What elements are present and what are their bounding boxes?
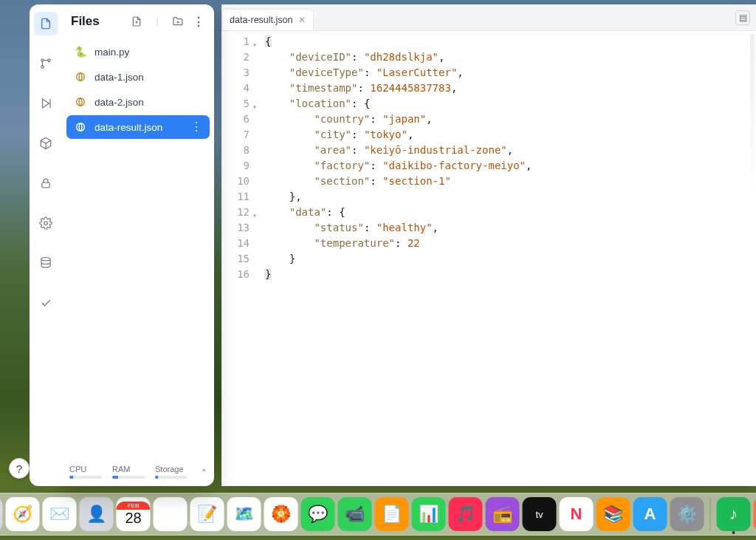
line-number[interactable]: 7 bbox=[221, 127, 250, 143]
fold-icon[interactable]: ▾ bbox=[252, 208, 257, 223]
svg-point-5 bbox=[44, 222, 48, 225]
dock-app-messages[interactable]: 💬 bbox=[301, 497, 335, 531]
dock-app-calendar[interactable]: FEB28 bbox=[117, 497, 151, 531]
line-number[interactable]: 15 bbox=[221, 251, 250, 267]
more-icon[interactable]: ⋮ bbox=[190, 13, 207, 30]
code-line[interactable]: "temperature": 22 bbox=[264, 236, 532, 251]
dock-app-books[interactable]: 📚 bbox=[597, 497, 630, 531]
activity-lock-icon[interactable] bbox=[34, 171, 58, 195]
dock-app-news[interactable]: N bbox=[560, 497, 594, 531]
code-line[interactable]: "deviceType": "LaserCutter", bbox=[264, 65, 532, 81]
activity-files-icon[interactable] bbox=[34, 12, 58, 35]
code-line[interactable]: "section": "section-1" bbox=[264, 174, 532, 189]
dock-app-safari[interactable]: 🧭 bbox=[6, 497, 40, 531]
dock-app-notes[interactable]: 📝 bbox=[190, 497, 224, 531]
file-label: main.py bbox=[94, 47, 129, 58]
dock-app-contacts[interactable]: 👤 bbox=[80, 497, 114, 531]
activity-bar bbox=[30, 4, 62, 486]
dock-app-podcasts[interactable]: 📻 bbox=[486, 497, 520, 531]
file-label: data-2.json bbox=[94, 97, 144, 108]
divider-icon: | bbox=[149, 13, 165, 30]
code-line[interactable]: { bbox=[264, 34, 532, 49]
dock-app-appstore[interactable]: A bbox=[633, 497, 667, 531]
svg-point-6 bbox=[41, 258, 50, 262]
file-item-data-2-json[interactable]: data-2.json bbox=[66, 90, 210, 114]
new-file-icon[interactable] bbox=[128, 13, 145, 30]
line-number[interactable]: 4 bbox=[221, 81, 250, 96]
files-panel: Files | ⋮ 🐍main.pydata-1.jsondata-2.json… bbox=[62, 4, 214, 486]
code-line[interactable]: "area": "keiyō-industrial-zone", bbox=[264, 143, 532, 158]
line-number[interactable]: 9 bbox=[221, 158, 250, 174]
fold-icon[interactable]: ▾ bbox=[252, 37, 257, 52]
dock-app-spotify[interactable]: ♪ bbox=[717, 497, 751, 531]
dock-app-tv[interactable]: tv bbox=[523, 497, 557, 531]
status-footer: CPU RAM Storage ˄ bbox=[62, 465, 214, 486]
help-button[interactable]: ? bbox=[9, 458, 30, 479]
activity-database-icon[interactable] bbox=[34, 251, 58, 275]
line-number[interactable]: 12▾ bbox=[221, 205, 250, 220]
fold-icon[interactable]: ▾ bbox=[252, 99, 257, 115]
close-tab-icon[interactable]: ✕ bbox=[298, 15, 306, 25]
dock-app-music[interactable]: 🎵 bbox=[449, 497, 483, 531]
dock-app-facetime[interactable]: 📹 bbox=[338, 497, 372, 531]
line-number[interactable]: 13 bbox=[221, 220, 250, 236]
dock-app-firefox[interactable]: 🦊 bbox=[754, 497, 757, 531]
code-line[interactable]: }, bbox=[264, 189, 532, 205]
dock-app-settings[interactable]: ⚙️ bbox=[670, 497, 704, 531]
new-folder-icon[interactable] bbox=[170, 13, 186, 30]
line-number[interactable]: 11 bbox=[221, 189, 250, 205]
json-icon bbox=[74, 120, 87, 134]
minimap[interactable] bbox=[750, 34, 755, 270]
line-number[interactable]: 6 bbox=[221, 112, 250, 127]
activity-settings-icon[interactable] bbox=[34, 211, 58, 235]
json-icon bbox=[74, 70, 87, 83]
code-line[interactable]: } bbox=[264, 267, 532, 282]
code-line[interactable]: "timestamp": 1624445837783, bbox=[264, 81, 532, 96]
activity-branch-icon[interactable] bbox=[34, 52, 58, 75]
cpu-bar bbox=[69, 476, 102, 479]
svg-point-8 bbox=[77, 98, 85, 106]
line-number[interactable]: 5▾ bbox=[221, 96, 250, 112]
ram-label: RAM bbox=[112, 465, 145, 474]
line-number[interactable]: 14 bbox=[221, 236, 250, 251]
line-number[interactable]: 16 bbox=[221, 267, 250, 282]
line-number[interactable]: 1▾ bbox=[221, 34, 250, 49]
code-area[interactable]: 1▾2345▾6789101112▾13141516 { "deviceID":… bbox=[221, 31, 756, 486]
storage-bar bbox=[155, 476, 188, 479]
code-line[interactable]: "city": "tokyo", bbox=[264, 127, 532, 143]
status-expand-icon[interactable]: ˄ bbox=[202, 468, 207, 479]
line-number[interactable]: 10 bbox=[221, 174, 250, 189]
tab-data-result[interactable]: data-result.json ✕ bbox=[221, 9, 314, 30]
line-number[interactable]: 8 bbox=[221, 143, 250, 158]
code-line[interactable]: "factory": "daikibo-factory-meiyo", bbox=[264, 158, 532, 174]
code-line[interactable]: "country": "japan", bbox=[264, 112, 532, 127]
line-number[interactable]: 3 bbox=[221, 65, 250, 81]
dock-app-photos[interactable]: 🏵️ bbox=[264, 497, 298, 531]
code-line[interactable]: "deviceID": "dh28dslkja", bbox=[264, 49, 532, 65]
file-item-data-result-json[interactable]: data-result.json⋮ bbox=[66, 115, 210, 139]
svg-point-0 bbox=[41, 59, 44, 61]
tab-label: data-result.json bbox=[230, 15, 292, 25]
code-line[interactable]: "location": { bbox=[264, 96, 532, 112]
line-number[interactable]: 2 bbox=[221, 49, 250, 65]
cpu-label: CPU bbox=[69, 465, 102, 474]
dock-separator bbox=[710, 498, 711, 530]
dock-app-numbers[interactable]: 📊 bbox=[412, 497, 446, 531]
dock-app-launchpad[interactable]: 🔲 bbox=[0, 497, 3, 531]
panel-toggle-icon[interactable]: ▤ bbox=[735, 10, 750, 25]
dock-app-maps[interactable]: 🗺️ bbox=[227, 497, 261, 531]
code-line[interactable]: "status": "healthy", bbox=[264, 220, 532, 236]
file-item-main-py[interactable]: 🐍main.py bbox=[66, 40, 210, 64]
file-item-data-1-json[interactable]: data-1.json bbox=[66, 65, 210, 89]
activity-run-icon[interactable] bbox=[34, 92, 58, 115]
svg-rect-4 bbox=[42, 182, 50, 188]
activity-packages-icon[interactable] bbox=[34, 131, 58, 155]
dock-app-pages[interactable]: 📄 bbox=[375, 497, 409, 531]
json-icon bbox=[74, 95, 87, 109]
dock-app-reminders[interactable]: ☰ bbox=[154, 497, 188, 531]
activity-check-icon[interactable] bbox=[34, 291, 58, 315]
tab-bar: data-result.json ✕ ▤ bbox=[221, 4, 756, 31]
dock-app-mail[interactable]: ✉️ bbox=[43, 497, 77, 531]
code-line[interactable]: "data": { bbox=[264, 205, 532, 220]
code-line[interactable]: } bbox=[264, 251, 532, 267]
